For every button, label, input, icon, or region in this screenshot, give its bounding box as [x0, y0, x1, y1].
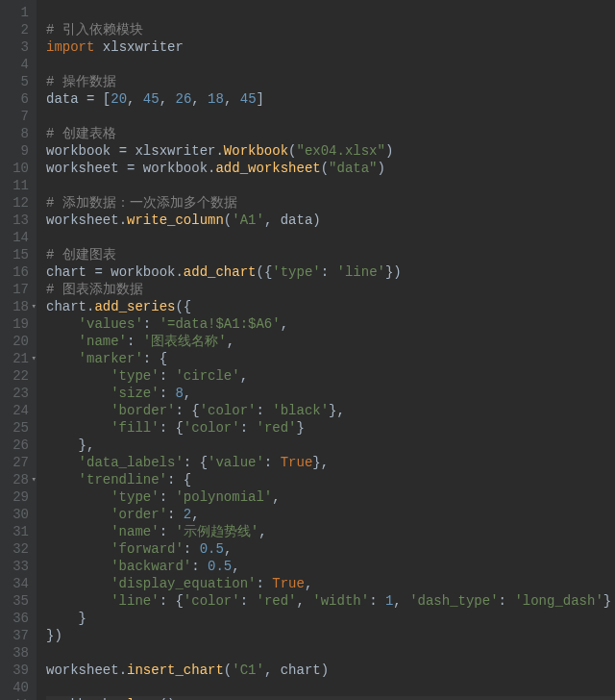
code-line[interactable]: 'border': {'color': 'black'},	[46, 402, 615, 419]
code-line[interactable]: chart.add_series({	[46, 298, 615, 315]
line-number[interactable]: 36	[4, 610, 29, 627]
code-line[interactable]: 'trendline': {	[46, 471, 615, 488]
line-number[interactable]: 18	[4, 298, 29, 315]
line-number[interactable]: 10	[4, 160, 29, 177]
line-number[interactable]: 12	[4, 194, 29, 212]
line-number[interactable]: 22	[4, 367, 29, 385]
code-line[interactable]: # 引入依赖模块	[46, 21, 615, 38]
code-line[interactable]	[46, 679, 615, 696]
line-number[interactable]: 28	[4, 471, 29, 488]
line-number[interactable]: 27	[4, 454, 29, 471]
code-line[interactable]: chart = workbook.add_chart({'type': 'lin…	[46, 263, 615, 281]
line-number[interactable]: 32	[4, 540, 29, 558]
code-line[interactable]: 'line': {'color': 'red', 'width': 1, 'da…	[46, 592, 615, 610]
code-line[interactable]: workbook = xlsxwriter.Workbook("ex04.xls…	[46, 142, 615, 160]
line-number-gutter[interactable]: 1234567891011121314151617181920212223242…	[0, 0, 37, 700]
code-line[interactable]	[46, 644, 615, 662]
line-number[interactable]: 16	[4, 263, 29, 281]
code-line[interactable]	[46, 108, 615, 125]
line-number[interactable]: 26	[4, 437, 29, 454]
code-line[interactable]: # 创建图表	[46, 246, 615, 263]
code-line[interactable]: }	[46, 610, 615, 627]
line-number[interactable]: 13	[4, 212, 29, 229]
line-number[interactable]: 24	[4, 402, 29, 419]
line-number[interactable]: 25	[4, 419, 29, 437]
line-number[interactable]: 40	[4, 679, 29, 696]
line-number[interactable]: 17	[4, 281, 29, 298]
code-line[interactable]: 'marker': {	[46, 350, 615, 367]
line-number[interactable]: 23	[4, 385, 29, 402]
line-number[interactable]: 41	[4, 696, 29, 700]
line-number[interactable]: 8	[4, 125, 29, 142]
code-line[interactable]: 'type': 'polynomial',	[46, 488, 615, 506]
code-line[interactable]: 'size': 8,	[46, 385, 615, 402]
line-number[interactable]: 21	[4, 350, 29, 367]
line-number[interactable]: 3	[4, 38, 29, 56]
code-line[interactable]	[46, 4, 615, 21]
code-line[interactable]: 'data_labels': {'value': True},	[46, 454, 615, 471]
line-number[interactable]: 14	[4, 229, 29, 246]
line-number[interactable]: 37	[4, 627, 29, 644]
code-line[interactable]: 'forward': 0.5,	[46, 540, 615, 558]
code-line[interactable]: # 创建表格	[46, 125, 615, 142]
line-number[interactable]: 9	[4, 142, 29, 160]
code-line[interactable]: workbook.close()	[46, 696, 615, 700]
line-number[interactable]: 35	[4, 592, 29, 610]
code-line[interactable]: 'display_equation': True,	[46, 575, 615, 592]
code-line[interactable]: worksheet.write_column('A1', data)	[46, 212, 615, 229]
code-line[interactable]: 'name': '图表线名称',	[46, 333, 615, 350]
code-line[interactable]: # 图表添加数据	[46, 281, 615, 298]
line-number[interactable]: 6	[4, 90, 29, 108]
code-area[interactable]: # 引入依赖模块import xlsxwriter # 操作数据data = […	[37, 0, 615, 700]
line-number[interactable]: 7	[4, 108, 29, 125]
line-number[interactable]: 20	[4, 333, 29, 350]
line-number[interactable]: 2	[4, 21, 29, 38]
line-number[interactable]: 39	[4, 662, 29, 679]
line-number[interactable]: 15	[4, 246, 29, 263]
code-line[interactable]: # 操作数据	[46, 73, 615, 90]
line-number[interactable]: 30	[4, 506, 29, 523]
code-line[interactable]: 'type': 'circle',	[46, 367, 615, 385]
line-number[interactable]: 29	[4, 488, 29, 506]
line-number[interactable]: 31	[4, 523, 29, 540]
code-line[interactable]	[46, 56, 615, 73]
code-line[interactable]: },	[46, 437, 615, 454]
line-number[interactable]: 38	[4, 644, 29, 662]
code-line[interactable]: 'values': '=data!$A1:$A6',	[46, 315, 615, 333]
line-number[interactable]: 19	[4, 315, 29, 333]
line-number[interactable]: 11	[4, 177, 29, 194]
line-number[interactable]: 4	[4, 56, 29, 73]
line-number[interactable]: 33	[4, 558, 29, 575]
code-line[interactable]: import xlsxwriter	[46, 38, 615, 56]
code-line[interactable]: worksheet.insert_chart('C1', chart)	[46, 662, 615, 679]
line-number[interactable]: 1	[4, 4, 29, 21]
code-line[interactable]: worksheet = workbook.add_worksheet("data…	[46, 160, 615, 177]
code-line[interactable]	[46, 229, 615, 246]
code-line[interactable]: data = [20, 45, 26, 18, 45]	[46, 90, 615, 108]
line-number[interactable]: 5	[4, 73, 29, 90]
line-number[interactable]: 34	[4, 575, 29, 592]
code-line[interactable]: 'name': '示例趋势线',	[46, 523, 615, 540]
code-line[interactable]: # 添加数据：一次添加多个数据	[46, 194, 615, 212]
code-line[interactable]: })	[46, 627, 615, 644]
code-line[interactable]	[46, 177, 615, 194]
code-line[interactable]: 'fill': {'color': 'red'}	[46, 419, 615, 437]
code-line[interactable]: 'order': 2,	[46, 506, 615, 523]
code-line[interactable]: 'backward': 0.5,	[46, 558, 615, 575]
code-editor[interactable]: 1234567891011121314151617181920212223242…	[0, 0, 615, 700]
